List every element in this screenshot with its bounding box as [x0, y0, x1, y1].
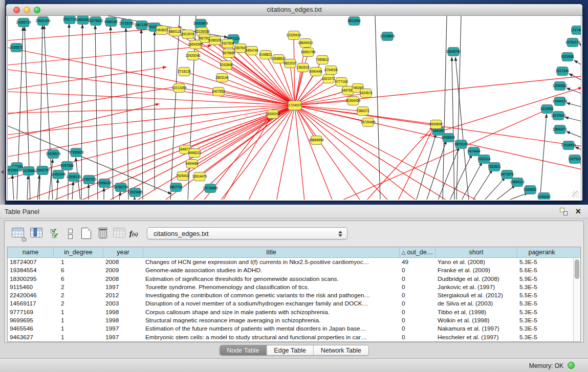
- network-node[interactable]: 17359928: [69, 148, 84, 157]
- table-row[interactable]: 2242004622012Investigating the contribut…: [8, 291, 580, 299]
- network-node[interactable]: 8427552: [212, 87, 225, 96]
- table-row[interactable]: 1938455462009Genome-wide association stu…: [8, 266, 580, 274]
- table-cell[interactable]: 5.3E-5: [517, 333, 566, 341]
- network-node[interactable]: 2031714: [63, 16, 76, 24]
- table-cell[interactable]: Estimation of significance thresholds fo…: [143, 275, 400, 283]
- tab-node-table[interactable]: Node Table: [220, 345, 267, 355]
- table-cell[interactable]: 1: [54, 308, 103, 316]
- table-cell[interactable]: Yano et al. (2008): [435, 258, 517, 266]
- table-cell[interactable]: 1998: [103, 308, 143, 316]
- network-node[interactable]: 9242848: [220, 61, 233, 70]
- network-node[interactable]: 9245652: [524, 186, 537, 194]
- network-node[interactable]: 1362615: [296, 63, 310, 72]
- network-node[interactable]: 6794028: [324, 66, 338, 75]
- network-node[interactable]: 7955812: [316, 56, 329, 64]
- network-node[interactable]: 13958187: [97, 179, 112, 188]
- network-node[interactable]: 10719195: [119, 19, 134, 28]
- network-node[interactable]: 12942757: [35, 166, 50, 175]
- network-node[interactable]: 8912974: [181, 30, 194, 39]
- table-cell[interactable]: 5.3E-5: [517, 324, 566, 333]
- close-panel-icon[interactable]: ×: [575, 206, 581, 217]
- network-node[interactable]: 9146821: [259, 51, 272, 59]
- table-cell[interactable]: 5.3E-5: [517, 316, 566, 324]
- table-cell[interactable]: 5.5E-5: [517, 291, 566, 299]
- network-node[interactable]: 12218506: [380, 32, 395, 41]
- network-node[interactable]: 1115686: [23, 167, 35, 176]
- network-node[interactable]: 16648784: [446, 48, 461, 56]
- table-panel-header[interactable]: Table Panel ×: [0, 205, 588, 218]
- table-cell[interactable]: 9115460: [8, 283, 54, 291]
- function-builder-icon[interactable]: f(x): [129, 229, 143, 241]
- table-cell[interactable]: 5.3E-5: [517, 308, 566, 316]
- network-node[interactable]: 8215953: [540, 105, 554, 114]
- table-cell[interactable]: 1: [54, 316, 103, 324]
- citation-network-graph[interactable]: 2435572420691406203171410653267152766026…: [8, 16, 581, 200]
- table-row[interactable]: 1830029562008Estimation of significance …: [8, 275, 580, 283]
- column-header-title[interactable]: title: [143, 247, 400, 257]
- table-cell[interactable]: 2008: [103, 258, 143, 266]
- table-row[interactable]: 911546021997Tourette syndrome. Phenomeno…: [8, 283, 580, 291]
- network-node[interactable]: 2718126: [178, 68, 191, 76]
- table-cell[interactable]: Structural magnetic resonance image aver…: [143, 316, 400, 324]
- table-cell[interactable]: Hescheler et al. (1997): [435, 333, 517, 341]
- table-cell[interactable]: Tourette syndrome. Phenomenology and cla…: [143, 283, 400, 291]
- network-node[interactable]: 8813054: [347, 17, 361, 26]
- delete-table-icon[interactable]: [97, 228, 110, 240]
- network-node[interactable]: 5875685: [222, 49, 235, 58]
- table-row[interactable]: 1456911722003Disruption of a novel membe…: [8, 299, 580, 308]
- table-cell[interactable]: 5.6E-5: [517, 266, 566, 274]
- table-cell[interactable]: 18724007: [8, 258, 54, 266]
- network-node[interactable]: 15718485: [203, 184, 218, 193]
- network-node[interactable]: 22420046: [186, 52, 201, 60]
- table-cell[interactable]: Disruption of a novel member of a sodium…: [143, 299, 400, 308]
- network-node[interactable]: 24355724: [16, 18, 31, 27]
- column-header-name[interactable]: name: [8, 247, 54, 257]
- table-cell[interactable]: 18300295: [8, 275, 54, 283]
- network-node[interactable]: 16914479: [192, 172, 207, 181]
- table-cell[interactable]: Genome-wide association studies in ADHD.: [143, 266, 400, 274]
- table-cell[interactable]: 2: [54, 299, 103, 308]
- network-node[interactable]: 9329966: [561, 53, 574, 61]
- network-node[interactable]: 1621072: [322, 75, 335, 83]
- network-node[interactable]: 6466160: [104, 18, 118, 27]
- tab-edge-table[interactable]: Edge Table: [267, 345, 313, 355]
- table-cell[interactable]: Jankovic et al. (1997): [435, 283, 517, 291]
- network-node[interactable]: 17957223: [82, 176, 97, 184]
- table-cell[interactable]: 2008: [103, 275, 143, 283]
- network-node[interactable]: 18300295: [266, 110, 280, 119]
- table-cell[interactable]: 9465546: [8, 324, 54, 333]
- network-node[interactable]: 9097588: [60, 162, 74, 170]
- table-cell[interactable]: 5.3E-5: [517, 299, 566, 308]
- memory-ok-indicator-icon[interactable]: [568, 362, 575, 369]
- table-cell[interactable]: 1: [54, 258, 103, 266]
- table-cell[interactable]: Tibbo et al. (1998): [435, 308, 517, 316]
- network-window-titlebar[interactable]: citations_edges.txt: [6, 4, 582, 16]
- table-cell[interactable]: 0: [400, 333, 435, 341]
- table-cell[interactable]: 0: [400, 291, 435, 299]
- node-table-body[interactable]: 1872400712008Changes of HCN gene express…: [8, 258, 580, 341]
- table-cell[interactable]: 1: [54, 324, 103, 333]
- network-node[interactable]: 8454749: [245, 47, 258, 55]
- network-node[interactable]: 15884554: [309, 136, 324, 145]
- table-cell[interactable]: 2: [54, 291, 103, 299]
- network-node[interactable]: 20206576: [46, 150, 61, 159]
- network-node[interactable]: 13505135: [67, 173, 81, 182]
- network-node[interactable]: 16671355: [135, 21, 149, 30]
- network-node[interactable]: 15720465: [361, 118, 376, 127]
- table-cell[interactable]: 49: [400, 258, 435, 266]
- window-resize-grip[interactable]: [572, 191, 579, 198]
- table-cell[interactable]: Embryonic stem cells: a model to study s…: [143, 333, 400, 341]
- network-node[interactable]: 9245092: [537, 193, 551, 200]
- table-cell[interactable]: 0: [400, 308, 435, 316]
- network-node[interactable]: 12325419: [287, 31, 301, 40]
- table-cell[interactable]: Investigating the contribution of common…: [143, 291, 400, 299]
- node-table-header-row[interactable]: namein_degreeyeartitle△out_de…shortpager…: [8, 247, 580, 258]
- table-cell[interactable]: 0: [400, 299, 435, 308]
- network-node[interactable]: 12213359: [172, 84, 187, 93]
- network-node[interactable]: 7386372: [356, 107, 369, 116]
- network-node[interactable]: 8990448: [309, 68, 322, 76]
- network-node[interactable]: 8186328: [208, 36, 222, 45]
- new-table-icon[interactable]: [80, 228, 94, 240]
- network-node[interactable]: 1217464: [571, 26, 581, 35]
- network-node[interactable]: 16543382: [188, 40, 203, 49]
